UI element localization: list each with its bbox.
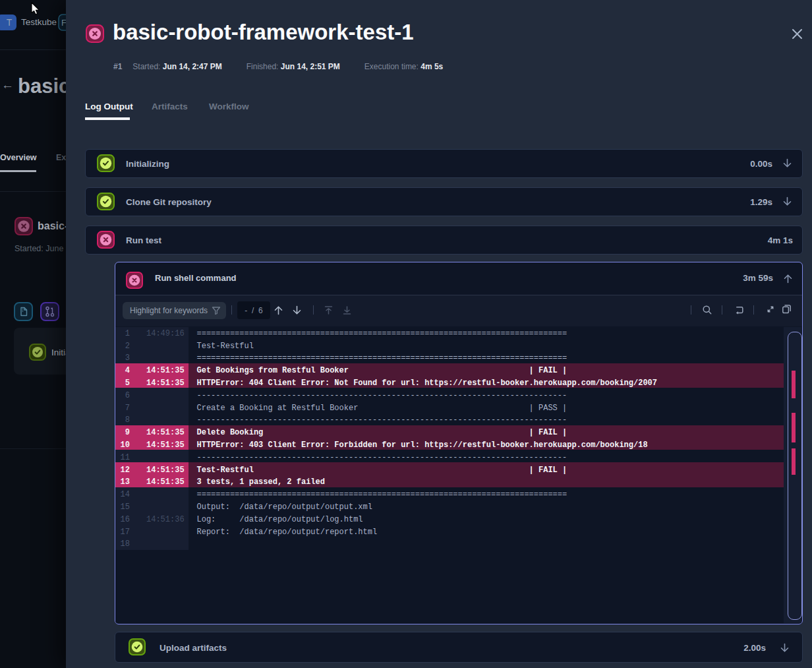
svg-text:F: F (61, 18, 66, 28)
svg-text:T: T (7, 17, 13, 28)
